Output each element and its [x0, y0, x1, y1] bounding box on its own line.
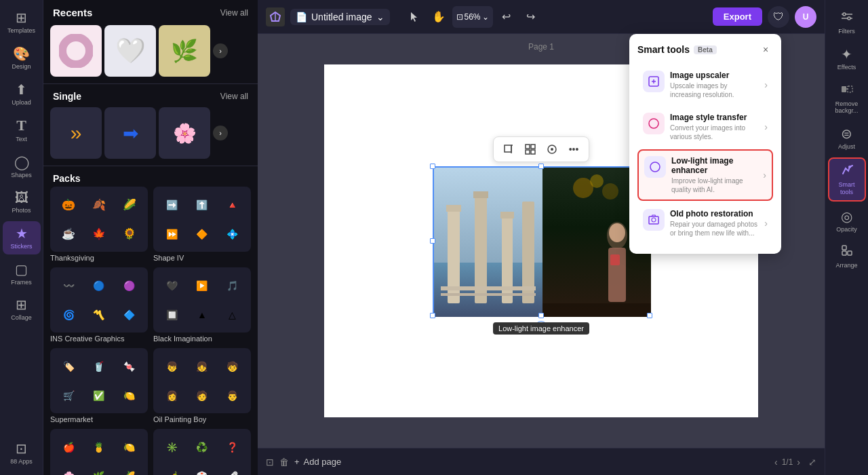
recents-title: Recents — [53, 7, 92, 18]
export-button[interactable]: Export — [713, 7, 762, 26]
remove-bg-icon — [840, 82, 854, 99]
recent-thumb-2[interactable]: 🤍 — [104, 25, 156, 77]
single-thumb-3[interactable]: 🌸 — [159, 107, 210, 159]
more-options-button[interactable]: ••• — [564, 140, 583, 159]
filters-label: Filters — [838, 28, 855, 35]
smart-tool-old-photo[interactable]: Old photo restoration Repair your damage… — [637, 204, 773, 243]
pack-black-imagination[interactable]: Black Imagination — [153, 267, 251, 343]
topbar-right: Export 🛡 U — [713, 6, 816, 28]
recents-next-button[interactable]: › — [213, 43, 228, 58]
pack-fruit-grid — [50, 429, 148, 475]
view-tool-button[interactable]: ⊡ 56% ⌄ — [452, 6, 493, 28]
expand-icon[interactable]: ⤢ — [808, 457, 816, 468]
pack-supermarket[interactable]: Supermarket — [50, 348, 148, 423]
view-label: 56% — [465, 12, 481, 22]
handle-top-left[interactable] — [430, 164, 435, 169]
svg-rect-18 — [500, 212, 514, 218]
right-sidebar-item-opacity[interactable]: ◎ Opacity — [828, 204, 866, 238]
pack-inspiration[interactable]: Inspiration Today — [153, 429, 251, 475]
single-next-button[interactable]: › — [213, 126, 228, 140]
smart-tools-panel: Smart tools Beta × Image upscaler Upscal… — [629, 34, 781, 254]
recent-thumb-3[interactable]: 🌿 — [159, 25, 210, 77]
single-view-all[interactable]: View all — [220, 92, 248, 101]
right-sidebar-item-filters[interactable]: Filters — [828, 5, 866, 39]
smart-tool-upscaler[interactable]: Image upscaler Upscale images by increas… — [637, 65, 773, 104]
page-thumbnail-icon[interactable]: ⊡ — [266, 457, 274, 468]
sidebar-item-collage[interactable]: ⊞ Collage — [3, 292, 41, 326]
svg-point-28 — [609, 223, 625, 242]
apps-icon: ⊡ — [16, 440, 27, 457]
right-sidebar-item-adjust[interactable]: ⊜ Adjust — [828, 121, 866, 155]
handle-bottom-left[interactable] — [430, 313, 435, 318]
document-title: Untitled image — [311, 12, 372, 22]
right-sidebar-item-remove-bg[interactable]: Remove backgr... — [828, 78, 866, 119]
smart-panel-close-button[interactable]: × — [758, 42, 773, 57]
old-photo-name: Old photo restoration — [670, 209, 759, 218]
handle-top-center[interactable] — [538, 164, 544, 169]
pack-ins-creative[interactable]: INS Creative Graphics — [50, 267, 148, 343]
handle-bottom-center[interactable] — [538, 313, 544, 318]
single-thumb-1[interactable]: » — [50, 107, 102, 159]
sidebar-item-text[interactable]: T Text — [3, 113, 41, 147]
undo-button[interactable]: ↩ — [496, 6, 517, 28]
grid-button[interactable] — [521, 140, 540, 159]
opacity-icon: ◎ — [841, 208, 852, 225]
pointer-tool-button[interactable] — [403, 6, 425, 28]
smart-tool-lowlight[interactable]: Low-light image enhancer Improve low-lig… — [637, 149, 773, 201]
svg-rect-8 — [531, 150, 535, 154]
sidebar-item-frames[interactable]: ▢ Frames — [3, 257, 41, 290]
pack-shape4[interactable]: Shape IV — [153, 187, 251, 262]
right-sidebar-item-smart-tools[interactable]: Smart tools — [828, 157, 866, 202]
handle-bottom-right[interactable] — [647, 313, 652, 318]
delete-page-icon[interactable]: 🗑 — [279, 457, 289, 468]
single-thumb-2[interactable]: ➡ — [104, 107, 156, 159]
user-avatar[interactable]: U — [795, 6, 816, 28]
sidebar-item-shapes[interactable]: ◯ Shapes — [3, 150, 41, 183]
recent-thumb-1[interactable] — [50, 25, 102, 77]
pack-oil-label: Oil Painting Boy — [153, 415, 251, 423]
pack-fruit-punch[interactable]: Fruit Punch — [50, 429, 148, 475]
pack-cell — [85, 462, 114, 475]
right-sidebar-item-arrange[interactable]: Arrange — [828, 240, 866, 273]
sidebar-label-templates: Templates — [7, 27, 35, 35]
pack-cell — [115, 301, 144, 328]
svg-rect-21 — [441, 293, 536, 296]
document-title-area[interactable]: 📄 Untitled image ⌄ — [290, 9, 390, 25]
redo-button[interactable]: ↪ — [520, 6, 542, 28]
sidebar-item-templates[interactable]: ⊞ Templates — [3, 5, 41, 39]
arrow-icon: ➡ — [123, 122, 138, 145]
sidebar-item-design[interactable]: 🎨 Design — [3, 41, 41, 75]
svg-point-10 — [551, 148, 553, 151]
recents-view-all[interactable]: View all — [220, 8, 248, 18]
mask-button[interactable] — [542, 140, 561, 159]
crop-button[interactable] — [499, 140, 518, 159]
right-sidebar-item-effects[interactable]: ✦ Effects — [828, 42, 866, 75]
pack-oil-painting[interactable]: Oil Painting Boy — [153, 348, 251, 423]
old-photo-desc: Repair your damaged photos or bring them… — [670, 220, 759, 238]
smart-panel-title-row: Smart tools Beta — [637, 44, 717, 55]
flower-icon: 🌸 — [173, 122, 197, 145]
pack-cell — [85, 433, 114, 461]
prev-page-button[interactable]: ‹ — [774, 457, 778, 468]
pack-thanksgiving[interactable]: Thanksgiving — [50, 187, 148, 262]
smart-tool-style-transfer[interactable]: Image style transfer Convert your images… — [637, 107, 773, 147]
grid-icon — [525, 144, 536, 155]
app-logo[interactable] — [266, 7, 285, 26]
handle-middle-left[interactable] — [430, 238, 435, 244]
shield-button[interactable]: 🛡 — [768, 6, 789, 28]
hand-tool-button[interactable]: ✋ — [428, 6, 450, 28]
pack-cell — [54, 352, 83, 380]
sidebar-item-apps[interactable]: ⊡ 88 Apps — [3, 436, 41, 470]
image-selection-container[interactable]: ••• — [433, 166, 650, 316]
ellipsis-icon: ••• — [569, 144, 579, 155]
next-page-button[interactable]: › — [797, 457, 800, 468]
sidebar-item-stickers[interactable]: ★ Stickers — [3, 221, 41, 254]
add-page-button[interactable]: + Add page — [294, 457, 341, 467]
collage-icon: ⊞ — [16, 297, 27, 313]
sidebar-item-upload[interactable]: ⬆ Upload — [3, 77, 41, 111]
architecture-scene — [434, 168, 542, 317]
sidebar-label-stickers: Stickers — [10, 243, 32, 250]
sidebar-item-photos[interactable]: 🖼 Photos — [3, 186, 41, 218]
pack-cell — [115, 352, 144, 380]
left-panel: Recents View all 🤍 🌿 › Single View all »… — [43, 0, 258, 475]
